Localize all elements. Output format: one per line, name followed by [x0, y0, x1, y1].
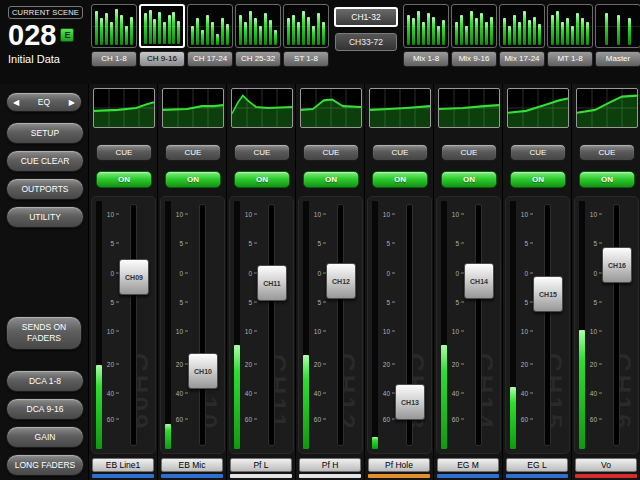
cue-button[interactable]: CUE: [165, 144, 221, 161]
outports-button[interactable]: OUTPORTS: [6, 178, 84, 200]
dca-1-8-button[interactable]: DCA 1-8: [6, 370, 84, 392]
cue-button[interactable]: CUE: [579, 144, 635, 161]
dca-9-16-button[interactable]: DCA 9-16: [6, 398, 84, 420]
layer-button-ch1-32[interactable]: CH1-32: [334, 7, 398, 27]
channel-name[interactable]: EG L: [506, 458, 568, 472]
fader-scale-tick: 0: [524, 269, 533, 276]
fader-cap[interactable]: CH16: [602, 247, 632, 283]
meter-bar: [226, 24, 229, 45]
fader-scale-tick: 10: [245, 210, 257, 217]
channel-strip-ch10: CUEONCH101050510204060CH10EB Mic: [157, 84, 226, 480]
bank-st-1-8[interactable]: ST 1-8: [283, 4, 329, 84]
fader-track[interactable]: [269, 205, 274, 445]
eq-selector: ◀ EQ ▶: [6, 92, 82, 112]
bank-ch-17-24[interactable]: CH 17-24: [187, 4, 233, 84]
cue-clear-button[interactable]: CUE CLEAR: [6, 150, 84, 172]
fader-cap[interactable]: CH11: [257, 265, 287, 301]
bank-mix-1-8[interactable]: Mix 1-8: [403, 4, 449, 84]
fader-track[interactable]: [200, 205, 205, 445]
bank-label: CH 1-8: [91, 51, 137, 67]
on-button[interactable]: ON: [579, 171, 635, 188]
bank-label: Mix 9-16: [451, 51, 497, 67]
fader-scale-tick: 20: [590, 361, 602, 368]
cue-button[interactable]: CUE: [234, 144, 290, 161]
meter-bar: [480, 13, 483, 45]
cue-button[interactable]: CUE: [372, 144, 428, 161]
bank-ch-25-32[interactable]: CH 25-32: [235, 4, 281, 84]
eq-curve-thumbnail[interactable]: [231, 88, 293, 128]
cue-button[interactable]: CUE: [441, 144, 497, 161]
fader-scale: 1050510204060: [174, 203, 188, 447]
eq-curve-thumbnail[interactable]: [93, 88, 155, 128]
eq-curve-thumbnail[interactable]: [507, 88, 569, 128]
setup-button[interactable]: SETUP: [6, 122, 84, 144]
fader-cap[interactable]: CH12: [326, 263, 356, 299]
channel-name[interactable]: Pf L: [230, 458, 292, 472]
fader-track[interactable]: [614, 205, 619, 445]
bank-master[interactable]: Master: [595, 4, 640, 84]
bank-label: CH 9-16: [139, 51, 185, 67]
scene-panel[interactable]: CURRENT SCENE 028 E Initial Data: [4, 4, 90, 84]
fader-scale-tick: 0: [110, 269, 119, 276]
level-meter-fill: [96, 365, 102, 449]
utility-button[interactable]: UTILITY: [6, 206, 84, 228]
eq-curve-thumbnail[interactable]: [438, 88, 500, 128]
fader-cap[interactable]: CH14: [464, 263, 494, 299]
meter-bar: [508, 26, 511, 45]
fader-area: CH131050510204060CH13: [367, 196, 432, 454]
meter-bar: [249, 11, 252, 45]
fader-track[interactable]: [545, 205, 550, 445]
meter-bar: [617, 15, 620, 45]
gain-button[interactable]: GAIN: [6, 426, 84, 448]
fader-scale-tick: 40: [383, 390, 395, 397]
chevron-left-icon[interactable]: ◀: [13, 98, 19, 107]
channel-name[interactable]: Vo: [575, 458, 637, 472]
on-button[interactable]: ON: [303, 171, 359, 188]
fader-track[interactable]: [338, 205, 343, 445]
long-faders-button[interactable]: LONG FADERS: [6, 454, 84, 476]
eq-curve-thumbnail[interactable]: [369, 88, 431, 128]
channel-name[interactable]: Pf H: [299, 458, 361, 472]
fader-track[interactable]: [476, 205, 481, 445]
fader-cap[interactable]: CH10: [188, 353, 218, 389]
channel-name[interactable]: EG M: [437, 458, 499, 472]
bank-meter: [283, 4, 329, 48]
layer-button-ch33-72[interactable]: CH33-72: [335, 33, 397, 51]
channel-strip-ch12: CUEONCH121050510204060CH12Pf H: [295, 84, 364, 480]
fader-scale-tick: 5: [386, 298, 395, 305]
bank-ch-1-8[interactable]: CH 1-8: [91, 4, 137, 84]
cue-button[interactable]: CUE: [510, 144, 566, 161]
meter-bar: [292, 15, 295, 45]
fader-scale-tick: 5: [179, 298, 188, 305]
fader-scale-tick: 40: [245, 390, 257, 397]
bank-mix-9-16[interactable]: Mix 9-16: [451, 4, 497, 84]
meter-bar: [470, 11, 473, 45]
bank-meter: [187, 4, 233, 48]
fader-cap[interactable]: CH15: [533, 276, 563, 312]
on-button[interactable]: ON: [372, 171, 428, 188]
level-meter-fill: [234, 345, 240, 449]
eq-curve-thumbnail[interactable]: [162, 88, 224, 128]
channel-id-watermark: CH14: [468, 353, 499, 431]
bank-mt-1-8[interactable]: MT 1-8: [547, 4, 593, 84]
channel-name[interactable]: Pf Hole: [368, 458, 430, 472]
fader-track[interactable]: [131, 205, 136, 445]
eq-curve-thumbnail[interactable]: [576, 88, 638, 128]
chevron-right-icon[interactable]: ▶: [69, 98, 75, 107]
cue-button[interactable]: CUE: [96, 144, 152, 161]
bank-ch-9-16[interactable]: CH 9-16: [139, 4, 185, 84]
on-button[interactable]: ON: [441, 171, 497, 188]
on-button[interactable]: ON: [234, 171, 290, 188]
sends-on-faders-button[interactable]: SENDS ON FADERS: [6, 316, 82, 350]
on-button[interactable]: ON: [96, 171, 152, 188]
fader-area: CH091050510204060CH09: [91, 196, 156, 454]
on-button[interactable]: ON: [165, 171, 221, 188]
bank-mix-17-24[interactable]: Mix 17-24: [499, 4, 545, 84]
on-button[interactable]: ON: [510, 171, 566, 188]
cue-button[interactable]: CUE: [303, 144, 359, 161]
channel-name[interactable]: EB Mic: [161, 458, 223, 472]
fader-cap[interactable]: CH13: [395, 384, 425, 420]
channel-name[interactable]: EB Line1: [92, 458, 154, 472]
eq-curve-thumbnail[interactable]: [300, 88, 362, 128]
fader-cap[interactable]: CH09: [119, 259, 149, 295]
